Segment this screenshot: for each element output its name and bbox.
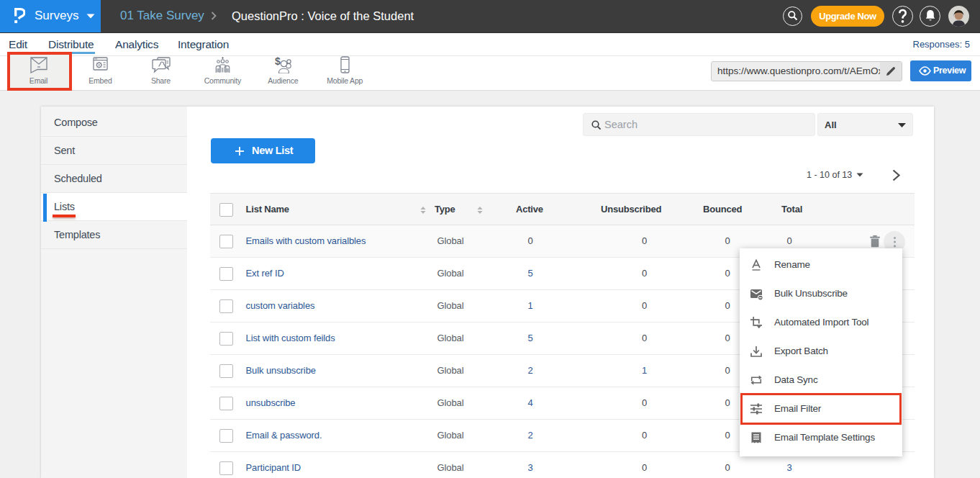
svg-text:$: $ (275, 56, 281, 67)
